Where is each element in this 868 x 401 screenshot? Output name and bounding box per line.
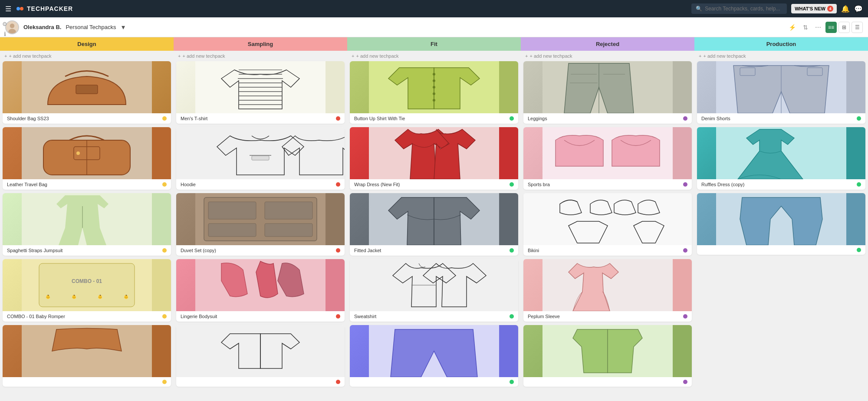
card[interactable]: COMBO - 01 👶 👶 👶 👶 COMBO - 01 Baby Rompe… xyxy=(3,259,171,322)
card-title: Fitted Jacket xyxy=(354,248,381,253)
card[interactable] xyxy=(350,325,518,387)
column-header-fit: Fit xyxy=(347,37,521,51)
card-image xyxy=(697,61,865,113)
add-new-sampling[interactable]: ++ add new techpack xyxy=(174,51,347,61)
plus-icon: + xyxy=(525,53,528,59)
svg-text:👶: 👶 xyxy=(98,294,103,299)
card[interactable]: Ruffles Dress (copy) xyxy=(697,127,865,190)
svg-text:👶: 👶 xyxy=(46,294,51,299)
card-image: COMBO - 01 👶 👶 👶 👶 xyxy=(3,259,171,311)
subheader: Oleksandra B. Personal Techpacks ▾ ⚡ ⇅ ⋯… xyxy=(0,17,868,37)
view-grid-btn[interactable]: ⊞ xyxy=(838,22,850,33)
card[interactable]: Denim Shorts xyxy=(697,61,865,124)
card-image xyxy=(350,325,518,377)
card-image xyxy=(523,127,692,179)
left-sidebar: ⚙ ℹ xyxy=(0,17,10,37)
card[interactable]: Sports bra xyxy=(523,127,692,190)
settings-icon[interactable]: ⚙ xyxy=(2,21,7,27)
column-fit: Fit++ add new techpack Button Up Shirt W… xyxy=(347,37,521,390)
svg-text:COMBO - 01: COMBO - 01 xyxy=(72,278,102,284)
card[interactable]: Peplum Sleeve xyxy=(523,259,692,322)
card[interactable]: Button Up Shirt With Tie xyxy=(350,61,518,124)
status-dot xyxy=(510,248,514,253)
plus-icon: + xyxy=(178,53,181,59)
card[interactable] xyxy=(3,325,171,387)
status-dot xyxy=(162,248,167,253)
card[interactable]: Hoodie xyxy=(176,127,345,190)
card[interactable]: Wrap Dress (New Fit) xyxy=(350,127,518,190)
card-title: Men's T-shirt xyxy=(181,116,207,121)
add-new-design[interactable]: ++ add new techpack xyxy=(0,51,174,61)
logo-icon xyxy=(16,4,24,13)
svg-rect-32 xyxy=(195,127,326,179)
column-design: Design++ add new techpack Shoulder Bag S… xyxy=(0,37,174,390)
card[interactable]: Sweatshirt xyxy=(350,259,518,322)
view-columns-btn[interactable]: ≡≡ xyxy=(825,22,837,33)
card-image xyxy=(350,61,518,113)
svg-rect-38 xyxy=(265,202,312,219)
svg-point-48 xyxy=(433,99,435,102)
svg-point-1 xyxy=(20,7,23,10)
svg-rect-39 xyxy=(208,224,256,237)
card-title: Wrap Dress (New Fit) xyxy=(354,182,400,187)
card-image xyxy=(697,127,865,179)
filter-icon[interactable]: ⚡ xyxy=(789,24,796,31)
cards-rejected: Leggings Sports bra Bikini Peplum Sleeve xyxy=(521,61,694,390)
card[interactable] xyxy=(523,325,692,387)
kanban-board: Design++ add new techpack Shoulder Bag S… xyxy=(0,37,868,390)
sort-icon[interactable]: ⇅ xyxy=(803,24,808,31)
card[interactable]: Duvet Set (copy) xyxy=(176,193,345,256)
section-label[interactable]: Personal Techpacks xyxy=(66,24,116,30)
card-footer xyxy=(697,245,865,255)
status-dot xyxy=(162,182,167,187)
dropdown-arrow[interactable]: ▾ xyxy=(122,23,125,31)
status-dot xyxy=(510,314,514,319)
card[interactable]: Men's T-shirt xyxy=(176,61,345,124)
svg-rect-37 xyxy=(208,202,256,219)
whats-new-button[interactable]: WHAT'S NEW 4 xyxy=(791,4,837,13)
card-footer: Hoodie xyxy=(176,179,345,190)
card-footer: Sports bra xyxy=(523,179,692,190)
add-new-rejected[interactable]: ++ add new techpack xyxy=(521,51,694,61)
card[interactable]: Leggings xyxy=(523,61,692,124)
card[interactable]: Spaghetti Straps Jumpsuit xyxy=(3,193,171,256)
search-input[interactable] xyxy=(705,6,783,12)
card-footer: Lingerie Bodysuit xyxy=(176,311,345,322)
card-footer: Ruffles Dress (copy) xyxy=(697,179,865,190)
card[interactable] xyxy=(697,193,865,255)
search-box[interactable]: 🔍 xyxy=(691,3,787,14)
cards-sampling: Men's T-shirt Hoodie Duvet Set (copy) Li… xyxy=(174,61,347,390)
card-footer: Shoulder Bag SS23 xyxy=(3,113,171,124)
card-title: Peplum Sleeve xyxy=(528,314,560,319)
card-title: Denim Shorts xyxy=(701,116,730,121)
card[interactable]: Shoulder Bag SS23 xyxy=(3,61,171,124)
add-new-production[interactable]: ++ add new techpack xyxy=(694,51,868,61)
view-list-btn[interactable]: ☰ xyxy=(852,22,863,33)
bell-icon[interactable]: 🔔 xyxy=(841,5,850,13)
cards-design: Shoulder Bag SS23 Leather Travel Bag Spa… xyxy=(0,61,174,390)
column-production: Production++ add new techpack Denim Shor… xyxy=(694,37,868,390)
card-title: Hoodie xyxy=(181,182,196,187)
card[interactable]: Leather Travel Bag xyxy=(3,127,171,190)
status-dot xyxy=(683,380,687,384)
status-dot xyxy=(336,314,340,319)
card[interactable]: Fitted Jacket xyxy=(350,193,518,256)
card-image xyxy=(176,61,345,113)
card[interactable]: Bikini xyxy=(523,193,692,256)
card-image xyxy=(176,193,345,245)
card[interactable]: Lingerie Bodysuit xyxy=(176,259,345,322)
column-sampling: Sampling++ add new techpack Men's T-shir… xyxy=(174,37,347,390)
search-icon: 🔍 xyxy=(696,6,702,12)
hamburger-icon[interactable]: ☰ xyxy=(5,5,11,13)
card-image xyxy=(697,193,865,245)
status-dot xyxy=(683,182,687,187)
more-icon[interactable]: ⋯ xyxy=(815,24,821,31)
card-title: COMBO - 01 Baby Romper xyxy=(7,314,65,319)
add-new-fit[interactable]: ++ add new techpack xyxy=(347,51,521,61)
info-icon[interactable]: ℹ xyxy=(4,31,6,37)
whats-new-label: WHAT'S NEW xyxy=(795,6,825,11)
card-image xyxy=(3,325,171,377)
chat-icon[interactable]: 💬 xyxy=(854,5,863,13)
column-header-sampling: Sampling xyxy=(174,37,347,51)
card[interactable] xyxy=(176,325,345,387)
